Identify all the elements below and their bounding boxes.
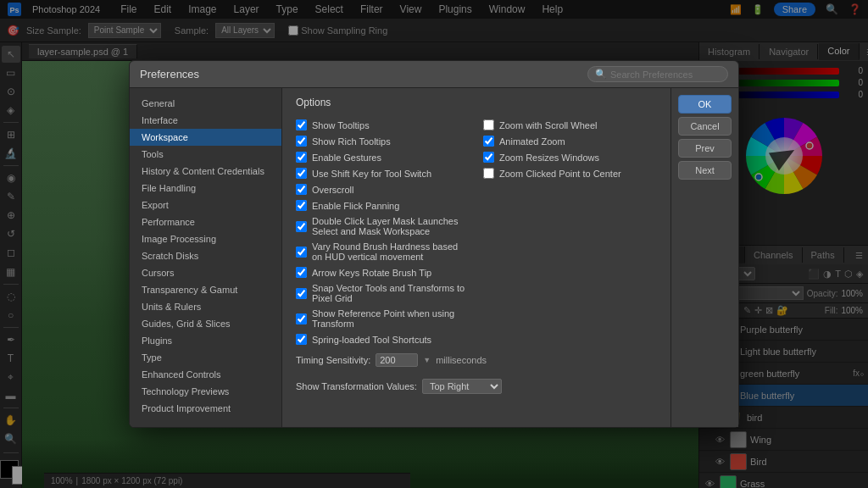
pref-checkboxes-area: Show Tooltips Show Rich Tooltips Enable …: [296, 117, 657, 347]
next-button[interactable]: Next: [678, 161, 732, 180]
label-snap_vector: Snap Vector Tools and Transforms to Pixe…: [312, 283, 470, 303]
pref-category-export[interactable]: Export: [130, 197, 281, 214]
pref-search-input[interactable]: [610, 69, 721, 80]
pref-category-units-&-rulers[interactable]: Units & Rulers: [130, 298, 281, 315]
label-show_rich_tooltips: Show Rich Tooltips: [312, 136, 391, 147]
label-arrow_keys: Arrow Keys Rotate Brush Tip: [312, 268, 431, 278]
timing-unit: milliseconds: [436, 355, 487, 365]
checkbox-double_click_mask[interactable]: [296, 221, 307, 232]
pref-row-show_tooltips: Show Tooltips: [296, 117, 470, 133]
pref-search-box[interactable]: 🔍: [587, 66, 728, 82]
pref-title: Preferences: [140, 68, 199, 80]
label-zoom_clicked: Zoom Clicked Point to Center: [499, 169, 621, 179]
label-overscroll: Overscroll: [312, 185, 354, 195]
pref-row-spring_loaded: Spring-loaded Tool Shortcuts: [296, 331, 470, 347]
pref-row-use_shift_key: Use Shift Key for Tool Switch: [296, 165, 470, 181]
checkbox-zoom_resizes[interactable]: [483, 152, 494, 163]
checkbox-vary_round_brush[interactable]: [296, 247, 307, 258]
pref-category-tools[interactable]: Tools: [130, 146, 281, 163]
pref-left-col: Show Tooltips Show Rich Tooltips Enable …: [296, 117, 470, 347]
checkbox-arrow_keys[interactable]: [296, 267, 307, 278]
pref-category-history-&-content-credentials[interactable]: History & Content Credentials: [130, 163, 281, 180]
checkbox-show_reference[interactable]: [296, 313, 307, 324]
checkbox-enable_gestures[interactable]: [296, 152, 307, 163]
pref-options-title: Options: [296, 97, 657, 108]
cancel-button[interactable]: Cancel: [678, 117, 732, 136]
pref-row-show_rich_tooltips: Show Rich Tooltips: [296, 133, 470, 149]
pref-category-performance[interactable]: Performance: [130, 214, 281, 230]
label-show_reference: Show Reference Point when using Transfor…: [312, 308, 470, 329]
checkbox-show_rich_tooltips[interactable]: [296, 136, 307, 147]
label-enable_flick: Enable Flick Panning: [312, 201, 399, 211]
pref-category-product-improvement[interactable]: Product Improvement: [130, 400, 281, 417]
timing-input[interactable]: [376, 353, 418, 367]
checkbox-spring_loaded[interactable]: [296, 334, 307, 345]
pref-category-workspace[interactable]: Workspace: [130, 129, 281, 146]
pref-body: GeneralInterfaceWorkspaceToolsHistory & …: [130, 88, 738, 427]
label-zoom_scroll: Zoom with Scroll Wheel: [499, 120, 598, 130]
pref-category-image-processing[interactable]: Image Processing: [130, 230, 281, 247]
label-spring_loaded: Spring-loaded Tool Shortcuts: [312, 335, 431, 345]
label-double_click_mask: Double Click Layer Mask Launches Select …: [312, 216, 470, 236]
checkbox-overscroll[interactable]: [296, 184, 307, 195]
pref-content: Options Show Tooltips Show Rich Tooltips…: [282, 88, 670, 427]
ok-button[interactable]: OK: [678, 95, 732, 114]
pref-category-plugins[interactable]: Plugins: [130, 332, 281, 349]
timing-label: Timing Sensitivity:: [296, 355, 370, 365]
pref-row-zoom_resizes: Zoom Resizes Windows: [483, 149, 657, 165]
pref-row-zoom_clicked: Zoom Clicked Point to Center: [483, 165, 657, 181]
pref-category-technology-previews[interactable]: Technology Previews: [130, 383, 281, 400]
pref-search-icon: 🔍: [595, 69, 607, 80]
checkbox-zoom_scroll[interactable]: [483, 119, 494, 130]
pref-right-col: Zoom with Scroll Wheel Animated Zoom Zoo…: [483, 117, 657, 347]
pref-category-general[interactable]: General: [130, 95, 281, 112]
pref-category-guides,-grid-&-slices[interactable]: Guides, Grid & Slices: [130, 315, 281, 332]
pref-category-transparency-&-gamut[interactable]: Transparency & Gamut: [130, 281, 281, 298]
label-show_tooltips: Show Tooltips: [312, 120, 370, 130]
checkbox-use_shift_key[interactable]: [296, 168, 307, 179]
pref-category-interface[interactable]: Interface: [130, 112, 281, 129]
preferences-overlay: Preferences 🔍 GeneralInterfaceWorkspaceT…: [0, 0, 868, 488]
pref-sidebar: GeneralInterfaceWorkspaceToolsHistory & …: [130, 88, 282, 427]
checkbox-animated_zoom[interactable]: [483, 136, 494, 147]
pref-row-zoom_scroll: Zoom with Scroll Wheel: [483, 117, 657, 133]
preferences-dialog: Preferences 🔍 GeneralInterfaceWorkspaceT…: [129, 60, 739, 428]
transform-label: Show Transformation Values:: [296, 381, 417, 391]
checkbox-show_tooltips[interactable]: [296, 119, 307, 130]
checkbox-zoom_clicked[interactable]: [483, 168, 494, 179]
label-animated_zoom: Animated Zoom: [499, 136, 565, 147]
pref-header: Preferences 🔍: [130, 61, 738, 88]
pref-row-vary_round_brush: Vary Round Brush Hardness based on HUD v…: [296, 239, 470, 264]
pref-transform-row: Show Transformation Values: Top Right To…: [296, 376, 657, 396]
transform-select[interactable]: Top Right Top Left Bottom Right Bottom L…: [422, 379, 502, 394]
pref-timing-row: Timing Sensitivity: ▼ milliseconds: [296, 351, 657, 369]
label-zoom_resizes: Zoom Resizes Windows: [499, 152, 599, 163]
pref-row-enable_flick: Enable Flick Panning: [296, 197, 470, 214]
pref-category-file-handling[interactable]: File Handling: [130, 180, 281, 197]
pref-category-scratch-disks[interactable]: Scratch Disks: [130, 247, 281, 264]
pref-row-snap_vector: Snap Vector Tools and Transforms to Pixe…: [296, 280, 470, 306]
pref-category-type[interactable]: Type: [130, 349, 281, 366]
label-enable_gestures: Enable Gestures: [312, 152, 381, 163]
checkbox-snap_vector[interactable]: [296, 288, 307, 299]
pref-row-overscroll: Overscroll: [296, 181, 470, 197]
label-vary_round_brush: Vary Round Brush Hardness based on HUD v…: [312, 241, 470, 262]
pref-row-double_click_mask: Double Click Layer Mask Launches Select …: [296, 214, 470, 239]
pref-row-animated_zoom: Animated Zoom: [483, 133, 657, 149]
pref-row-arrow_keys: Arrow Keys Rotate Brush Tip: [296, 264, 470, 280]
pref-category-cursors[interactable]: Cursors: [130, 264, 281, 281]
pref-buttons: OK Cancel Prev Next: [670, 88, 738, 427]
pref-row-enable_gestures: Enable Gestures: [296, 149, 470, 165]
pref-category-enhanced-controls[interactable]: Enhanced Controls: [130, 366, 281, 383]
label-use_shift_key: Use Shift Key for Tool Switch: [312, 169, 431, 179]
pref-row-show_reference: Show Reference Point when using Transfor…: [296, 306, 470, 331]
prev-button[interactable]: Prev: [678, 139, 732, 158]
checkbox-enable_flick[interactable]: [296, 200, 307, 211]
